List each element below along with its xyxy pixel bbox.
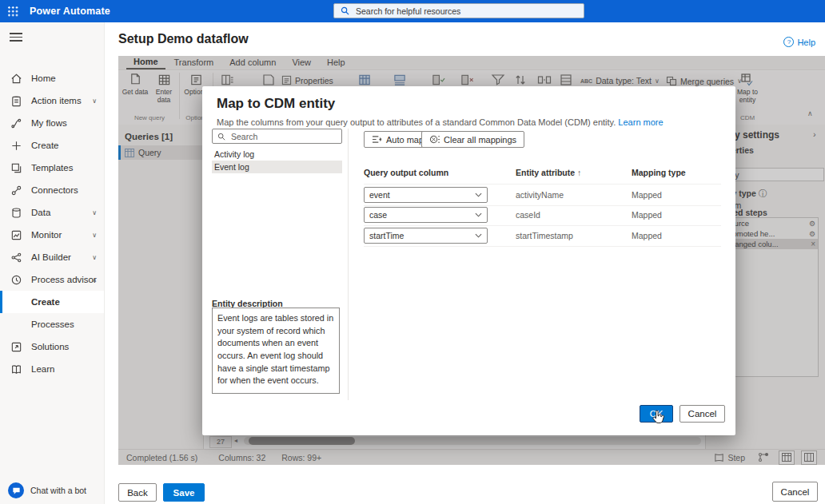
column-view-toggle[interactable] bbox=[801, 450, 817, 465]
sort-ascending-icon: ↑ bbox=[577, 168, 581, 177]
entity-item-event-log[interactable]: Event log bbox=[212, 161, 342, 173]
mapping-type-value: Mapped bbox=[632, 190, 662, 200]
sidebar-item-label: Home bbox=[31, 73, 56, 83]
tab-add-column[interactable]: Add column bbox=[222, 57, 283, 69]
connectors-icon bbox=[10, 185, 22, 196]
query-list-item[interactable]: Query bbox=[118, 145, 204, 160]
merge-queries-icon bbox=[666, 76, 677, 86]
mapping-row: case caseId Mapped bbox=[364, 204, 721, 226]
mapping-row: event activityName Mapped bbox=[364, 184, 721, 206]
sidebar-item-templates[interactable]: Templates bbox=[0, 157, 104, 179]
chevron-down-icon: ∨ bbox=[92, 97, 97, 105]
enter-data-button[interactable]: Enter data bbox=[150, 73, 177, 105]
step-delete-icon[interactable]: × bbox=[811, 240, 815, 248]
entity-item-activity-log[interactable]: Activity log bbox=[212, 148, 342, 161]
sidebar-item-learn[interactable]: Learn bbox=[0, 358, 104, 380]
sidebar-item-processes[interactable]: Processes bbox=[0, 313, 104, 335]
abc-icon: ABC bbox=[580, 78, 592, 84]
entity-description-text: Event logs are tables stored in your sys… bbox=[212, 308, 340, 394]
tab-transform[interactable]: Transform bbox=[167, 57, 221, 69]
back-button[interactable]: Back bbox=[118, 483, 157, 502]
properties-label: Properties bbox=[295, 76, 333, 85]
dialog-title: Map to CDM entity bbox=[217, 96, 335, 112]
group-by-icon[interactable] bbox=[560, 73, 572, 86]
column-header-entity-attribute[interactable]: Entity attribute ↑ bbox=[516, 168, 581, 177]
step-settings-gear-icon[interactable]: ⚙ bbox=[809, 220, 815, 228]
chevron-down-icon bbox=[475, 233, 482, 238]
sidebar-item-action-items[interactable]: Action items ∨ bbox=[0, 89, 104, 112]
sidebar-item-label: Create bbox=[31, 141, 59, 150]
home-icon bbox=[10, 73, 22, 85]
learn-more-link[interactable]: Learn more bbox=[618, 117, 663, 127]
info-icon: ⓘ bbox=[759, 189, 767, 198]
sidebar-item-connectors[interactable]: Connectors bbox=[0, 179, 104, 201]
clear-all-mappings-button[interactable]: Clear all mappings bbox=[421, 131, 524, 148]
choose-columns-icon[interactable] bbox=[358, 73, 372, 86]
collapse-panel-icon[interactable]: › bbox=[813, 129, 816, 139]
sidebar-item-home[interactable]: Home bbox=[0, 67, 104, 89]
top-search-input[interactable] bbox=[354, 6, 573, 17]
column-select-event[interactable]: event bbox=[364, 187, 488, 203]
data-type-dropdown[interactable]: ABC Data type: Text ∨ bbox=[580, 76, 660, 85]
process-advisor-icon bbox=[10, 274, 22, 286]
templates-icon bbox=[10, 162, 22, 174]
sidebar-item-label: Connectors bbox=[31, 185, 78, 195]
plus-icon bbox=[10, 140, 22, 152]
schema-view-icon[interactable] bbox=[758, 452, 769, 462]
sidebar-item-my-flows[interactable]: My flows bbox=[0, 112, 104, 134]
reduce-rows-icon[interactable] bbox=[262, 73, 275, 86]
menu-toggle-icon[interactable] bbox=[10, 30, 22, 44]
column-header-query-output[interactable]: Query output column bbox=[364, 168, 448, 177]
sidebar-item-process-advisor[interactable]: Process advisor ∧ bbox=[0, 268, 104, 291]
entity-search-box[interactable] bbox=[212, 129, 342, 144]
step-view-button[interactable]: Step bbox=[714, 453, 745, 462]
help-icon: ? bbox=[783, 37, 794, 47]
tab-help[interactable]: Help bbox=[320, 57, 353, 69]
entity-search-input[interactable] bbox=[229, 131, 337, 142]
split-column-icon[interactable] bbox=[537, 73, 552, 86]
step-settings-gear-icon[interactable]: ⚙ bbox=[809, 230, 815, 238]
sidebar-item-process-advisor-create[interactable]: Create bbox=[0, 291, 104, 313]
tab-view[interactable]: View bbox=[285, 57, 318, 69]
scroll-left-icon[interactable]: ◂ bbox=[234, 437, 237, 444]
top-search-box[interactable] bbox=[333, 3, 584, 18]
filter-icon[interactable] bbox=[491, 73, 505, 85]
chevron-down-icon: ∨ bbox=[655, 77, 660, 85]
tab-home[interactable]: Home bbox=[126, 56, 165, 69]
step-label: Step bbox=[727, 453, 745, 462]
keep-columns-icon[interactable] bbox=[432, 73, 445, 86]
entity-attribute-value: startTimestamp bbox=[516, 231, 573, 240]
horizontal-scrollbar[interactable] bbox=[244, 437, 701, 445]
save-button[interactable]: Save bbox=[163, 483, 205, 502]
scrollbar-thumb[interactable] bbox=[249, 437, 355, 445]
sort-icon[interactable] bbox=[515, 73, 526, 86]
ribbon-group-new-query: New query bbox=[120, 114, 179, 121]
help-link[interactable]: ? Help bbox=[783, 37, 815, 47]
sidebar-item-create[interactable]: Create bbox=[0, 134, 104, 157]
chat-with-bot-button[interactable]: Chat with a bot bbox=[0, 479, 104, 502]
sidebar-item-data[interactable]: Data ∨ bbox=[0, 201, 104, 224]
query-table-icon bbox=[125, 149, 134, 157]
waffle-menu-icon[interactable] bbox=[7, 6, 18, 17]
map-to-entity-icon bbox=[729, 73, 766, 87]
collapse-ribbon-icon[interactable]: ∧ bbox=[807, 109, 813, 117]
sidebar-item-label: AI Builder bbox=[31, 252, 71, 262]
get-data-button[interactable]: Get data bbox=[122, 73, 149, 97]
sidebar-item-solutions[interactable]: Solutions bbox=[0, 335, 104, 358]
dialog-cancel-button[interactable]: Cancel bbox=[680, 405, 725, 423]
properties-button[interactable]: Properties bbox=[281, 75, 333, 85]
remove-columns-icon[interactable] bbox=[460, 73, 474, 86]
column-select-starttime[interactable]: startTime bbox=[364, 228, 488, 244]
sidebar-item-ai-builder[interactable]: AI Builder ∨ bbox=[0, 246, 104, 268]
auto-map-label: Auto map bbox=[386, 135, 424, 145]
column-header-mapping-type[interactable]: Mapping type bbox=[632, 168, 686, 177]
manage-columns-icon[interactable] bbox=[221, 73, 234, 86]
help-label: Help bbox=[797, 38, 815, 47]
sidebar-item-monitor[interactable]: Monitor ∨ bbox=[0, 224, 104, 246]
column-select-case[interactable]: case bbox=[364, 207, 488, 223]
sidebar-item-label: Solutions bbox=[31, 342, 69, 351]
entity-attribute-value: caseId bbox=[516, 210, 540, 220]
keep-rows-icon[interactable] bbox=[393, 73, 407, 86]
data-view-toggle[interactable] bbox=[779, 450, 795, 465]
page-cancel-button[interactable]: Cancel bbox=[772, 482, 818, 502]
